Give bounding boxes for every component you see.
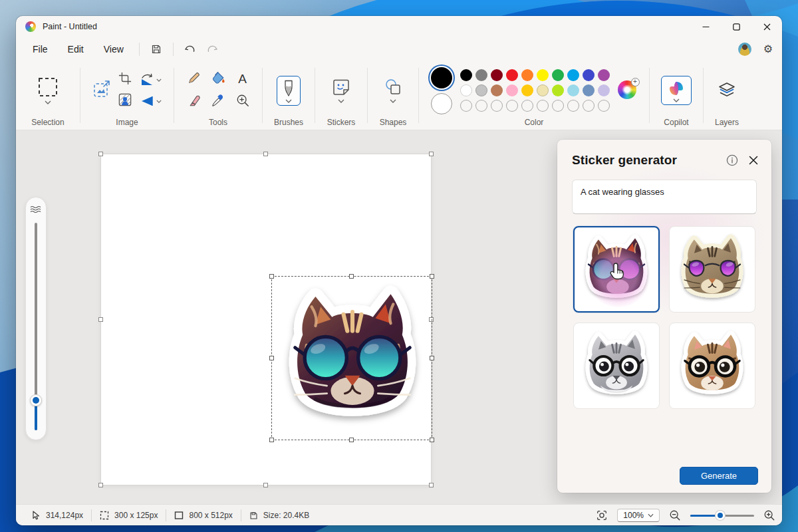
color-swatch[interactable] xyxy=(583,84,595,96)
sticker-result-4[interactable] xyxy=(669,323,755,409)
brushes-button[interactable] xyxy=(277,76,301,106)
selection-tool-button[interactable] xyxy=(38,77,58,104)
canvas-resize-handle[interactable] xyxy=(263,483,268,487)
save-icon[interactable] xyxy=(145,41,168,58)
redo-icon[interactable] xyxy=(201,41,224,58)
canvas-resize-handle[interactable] xyxy=(429,152,434,156)
color-swatch-empty[interactable] xyxy=(537,100,549,112)
sticker-result-3[interactable] xyxy=(573,323,660,409)
selection-handle[interactable] xyxy=(269,274,274,279)
color-swatch[interactable] xyxy=(521,69,533,81)
slider-thumb[interactable] xyxy=(30,394,42,406)
color-swatch-empty[interactable] xyxy=(567,100,579,112)
canvas-cat-sticker[interactable] xyxy=(276,278,429,438)
fill-bucket-icon[interactable] xyxy=(211,71,225,87)
sticker-result-1[interactable] xyxy=(573,226,660,313)
color-swatch[interactable] xyxy=(567,69,579,81)
crop-icon[interactable] xyxy=(118,72,132,88)
selection-handle[interactable] xyxy=(349,438,354,442)
account-avatar[interactable] xyxy=(738,43,751,56)
flip-button[interactable] xyxy=(140,95,162,107)
resize-image-icon[interactable] xyxy=(93,80,110,100)
color-picker-icon[interactable] xyxy=(211,94,225,110)
canvas-resize-handle[interactable] xyxy=(98,483,103,487)
color-swatch[interactable] xyxy=(598,69,610,81)
chevron-down-icon[interactable] xyxy=(390,99,396,103)
selection-handle[interactable] xyxy=(430,356,434,360)
selection-region[interactable] xyxy=(271,276,432,440)
fit-to-screen-icon[interactable] xyxy=(596,509,608,521)
color-swatch[interactable] xyxy=(537,84,549,96)
color-swatch-empty[interactable] xyxy=(506,100,518,112)
chevron-down-icon[interactable] xyxy=(45,100,51,104)
menu-file[interactable]: File xyxy=(23,41,58,58)
background-removal-icon[interactable] xyxy=(118,93,132,109)
zoom-slider-thumb[interactable] xyxy=(716,511,725,520)
sticker-result-2[interactable] xyxy=(669,226,755,313)
brush-thickness-slider[interactable] xyxy=(25,197,47,440)
shapes-button[interactable] xyxy=(384,78,402,103)
canvas-resize-handle[interactable] xyxy=(429,483,434,487)
color-swatch-empty[interactable] xyxy=(521,100,533,112)
color-swatch[interactable] xyxy=(598,84,610,96)
settings-gear-icon[interactable]: ⚙ xyxy=(763,44,773,55)
color-swatch[interactable] xyxy=(506,69,518,81)
canvas-resize-handle[interactable] xyxy=(263,152,268,156)
color-swatch[interactable] xyxy=(506,84,518,96)
eraser-icon[interactable] xyxy=(188,94,201,110)
foreground-color-swatch[interactable] xyxy=(431,67,452,88)
color-swatch-empty[interactable] xyxy=(598,100,610,112)
copilot-button[interactable] xyxy=(661,76,692,105)
chevron-down-icon[interactable] xyxy=(338,99,344,103)
color-swatch-empty[interactable] xyxy=(475,100,487,112)
selection-handle[interactable] xyxy=(269,356,274,360)
color-swatch[interactable] xyxy=(475,69,487,81)
panel-close-icon[interactable] xyxy=(749,156,758,165)
selection-handle[interactable] xyxy=(430,274,434,279)
color-swatch[interactable] xyxy=(552,69,564,81)
color-swatch-empty[interactable] xyxy=(491,100,503,112)
color-swatch[interactable] xyxy=(552,84,564,96)
color-swatch-empty[interactable] xyxy=(583,100,595,112)
rotate-button[interactable] xyxy=(140,73,162,86)
minimize-button[interactable] xyxy=(690,16,721,37)
close-button[interactable] xyxy=(751,16,782,37)
layers-button[interactable] xyxy=(718,81,736,100)
selection-handle[interactable] xyxy=(349,274,354,279)
zoom-level-dropdown[interactable]: 100% xyxy=(617,509,660,522)
canvas-resize-handle[interactable] xyxy=(98,317,103,322)
menu-view[interactable]: View xyxy=(94,41,134,58)
prompt-input[interactable]: A cat wearing glasses xyxy=(572,180,757,214)
zoom-in-icon[interactable] xyxy=(763,509,775,521)
color-swatch[interactable] xyxy=(460,84,472,96)
zoom-out-icon[interactable] xyxy=(669,509,681,521)
magnifier-tool-icon[interactable] xyxy=(236,94,249,110)
info-icon[interactable] xyxy=(726,154,738,166)
chevron-down-icon[interactable] xyxy=(285,99,292,103)
color-swatch[interactable] xyxy=(491,69,503,81)
color-swatch[interactable] xyxy=(460,69,472,81)
color-swatch[interactable] xyxy=(583,69,595,81)
chevron-down-icon[interactable] xyxy=(673,98,680,102)
background-color-swatch[interactable] xyxy=(431,93,452,114)
color-swatch[interactable] xyxy=(491,84,503,96)
pencil-icon[interactable] xyxy=(188,71,201,87)
chevron-down-icon[interactable] xyxy=(156,78,162,82)
generate-button[interactable]: Generate xyxy=(680,467,758,485)
canvas-resize-handle[interactable] xyxy=(98,152,103,156)
text-tool-icon[interactable]: A xyxy=(238,72,247,86)
color-swatch[interactable] xyxy=(537,69,549,81)
stickers-button[interactable] xyxy=(332,78,350,103)
chevron-down-icon[interactable] xyxy=(156,100,162,103)
canvas[interactable] xyxy=(101,154,431,485)
color-swatch-empty[interactable] xyxy=(460,100,472,112)
undo-icon[interactable] xyxy=(179,41,201,58)
color-swatch[interactable] xyxy=(475,84,487,96)
zoom-slider[interactable] xyxy=(690,510,754,521)
color-swatch[interactable] xyxy=(521,84,533,96)
selection-handle[interactable] xyxy=(430,438,434,442)
color-swatch-empty[interactable] xyxy=(552,100,564,112)
selection-handle[interactable] xyxy=(269,438,274,442)
edit-colors-button[interactable]: + xyxy=(618,80,638,100)
maximize-button[interactable] xyxy=(721,16,751,37)
